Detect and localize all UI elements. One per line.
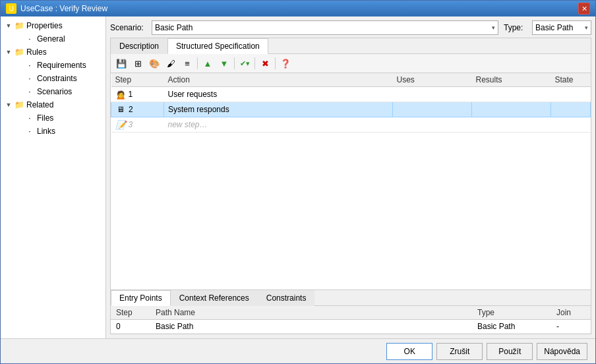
sidebar-item-general[interactable]: · General (1, 32, 105, 46)
toolbar-move-down-button[interactable]: ▼ (216, 56, 232, 71)
files-icon: · (24, 113, 35, 123)
step-3-action: new step… (164, 117, 393, 133)
entry-join: - (551, 320, 591, 334)
entry-table-row[interactable]: 0 Basic Path Basic Path - (111, 320, 591, 334)
step-3-results (472, 117, 551, 133)
sidebar-item-related[interactable]: ▼ 📁 Related (1, 98, 105, 111)
bottom-tabs: Entry Points Context References Constrai… (111, 290, 591, 306)
scenario-dropdown[interactable]: Basic Path ▾ (152, 20, 498, 35)
related-icon: 📁 (14, 100, 24, 110)
ok-button[interactable]: OK (386, 343, 432, 360)
tab-entry-points[interactable]: Entry Points (111, 290, 171, 306)
col-uses: Uses (393, 73, 472, 87)
toolbar-add-table-button[interactable]: ⊞ (130, 56, 146, 71)
toolbar-validate-button[interactable]: ✔▾ (237, 56, 253, 71)
step-1-results (472, 87, 551, 102)
scenario-row: Scenario: Basic Path ▾ Type: Basic Path … (110, 20, 591, 35)
type-value: Basic Path (535, 23, 585, 32)
right-panel: Scenario: Basic Path ▾ Type: Basic Path … (106, 16, 595, 338)
toolbar-indent-button[interactable]: ≡ (179, 56, 195, 71)
sidebar-item-scenarios[interactable]: · Scenarios (1, 85, 105, 98)
close-button[interactable]: ✕ (578, 3, 590, 15)
toolbar-separator-3 (254, 57, 255, 69)
tab-structured-specification[interactable]: Structured Specification (167, 38, 268, 54)
entry-col-step: Step (111, 306, 150, 320)
scenarios-icon: · (24, 86, 35, 97)
expander-related: ▼ (3, 100, 14, 110)
tab-container: Description Structured Specification 💾 ⊞… (110, 38, 591, 334)
scenario-value: Basic Path (155, 23, 492, 32)
app-icon: U (6, 3, 16, 14)
entry-step: 0 (111, 320, 150, 334)
type-dropdown[interactable]: Basic Path ▾ (532, 20, 591, 35)
expander-constraints (14, 73, 24, 84)
main-window: U UseCase : Verify Review ✕ ▼ 📁 Properti… (0, 0, 596, 364)
table-row[interactable]: 🖥 2 System responds (111, 102, 591, 117)
cancel-button[interactable]: Zrušit (436, 343, 483, 360)
properties-icon: 📁 (14, 20, 24, 31)
sidebar-item-properties[interactable]: ▼ 📁 Properties (1, 19, 105, 32)
step-1-uses (393, 87, 472, 102)
sidebar-item-links[interactable]: · Links (1, 125, 105, 138)
expander-requirements (14, 60, 24, 71)
toolbar-save-button[interactable]: 💾 (113, 56, 129, 71)
apply-button[interactable]: Použít (487, 343, 533, 360)
step-2-cell: 🖥 2 (111, 102, 164, 117)
main-content: ▼ 📁 Properties · General ▼ 📁 Rules · Req… (1, 16, 595, 338)
type-label: Type: (504, 23, 527, 32)
entry-table: Step Path Name Type Join (111, 306, 591, 334)
table-row[interactable]: 🙍 1 User requests (111, 87, 591, 102)
monitor-icon: 🖥 (115, 104, 126, 115)
entry-col-path-name: Path Name (150, 306, 472, 320)
expander-links (14, 126, 24, 136)
expander-rules: ▼ (3, 47, 14, 57)
sidebar-item-constraints[interactable]: · Constraints (1, 72, 105, 85)
person-icon: 🙍 (115, 89, 126, 100)
toolbar-help-button[interactable]: ❓ (278, 56, 293, 71)
step-3-cell: 📝 3 (111, 117, 164, 133)
tab-structured-specification-label: Structured Specification (176, 42, 260, 51)
tab-context-references[interactable]: Context References (171, 290, 258, 306)
scenario-label: Scenario: (110, 23, 146, 32)
rules-icon: 📁 (14, 47, 24, 57)
help-button[interactable]: Nápověda (537, 343, 587, 360)
entry-col-join: Join (551, 306, 591, 320)
scenarios-label: Scenarios (37, 87, 72, 96)
window-title: UseCase : Verify Review (20, 4, 107, 13)
tab-constraints[interactable]: Constraints (258, 290, 315, 306)
step-2-uses (393, 102, 472, 117)
tabs-row: Description Structured Specification (111, 38, 591, 54)
toolbar-separator-2 (234, 57, 235, 69)
expander-properties: ▼ (3, 20, 14, 31)
col-action: Action (164, 73, 393, 87)
step-1-cell: 🙍 1 (111, 87, 164, 102)
toolbar-delete-button[interactable]: ✖ (257, 56, 273, 71)
table-row[interactable]: 📝 3 new step… (111, 117, 591, 133)
title-bar-left: U UseCase : Verify Review (6, 3, 107, 14)
expander-scenarios (14, 86, 24, 97)
expander-general (14, 34, 24, 44)
sidebar: ▼ 📁 Properties · General ▼ 📁 Rules · Req… (1, 16, 106, 338)
bottom-section: Entry Points Context References Constrai… (111, 289, 591, 334)
scenario-arrow-icon: ▾ (492, 24, 495, 31)
steps-area: Step Action Uses Results (111, 73, 591, 334)
toolbar-color2-button[interactable]: 🖌 (163, 56, 179, 71)
requirements-icon: · (24, 60, 35, 71)
tab-description[interactable]: Description (111, 38, 167, 54)
rules-label: Rules (26, 47, 47, 57)
entry-header-row: Step Path Name Type Join (111, 306, 591, 320)
toolbar-separator-1 (197, 57, 198, 69)
sidebar-item-requirements[interactable]: · Requirements (1, 59, 105, 72)
requirements-label: Requirements (37, 61, 86, 70)
expander-files (14, 113, 24, 123)
toolbar-move-up-button[interactable]: ▲ (200, 56, 216, 71)
steps-table: Step Action Uses Results (111, 73, 591, 133)
tab-description-label: Description (119, 42, 159, 51)
step-3-uses (393, 117, 472, 133)
constraints-icon: · (24, 73, 35, 84)
sidebar-item-files[interactable]: · Files (1, 111, 105, 125)
sidebar-item-rules[interactable]: ▼ 📁 Rules (1, 46, 105, 59)
step-3-state (551, 117, 591, 133)
toolbar-color1-button[interactable]: 🎨 (146, 56, 162, 71)
step-1-state (551, 87, 591, 102)
